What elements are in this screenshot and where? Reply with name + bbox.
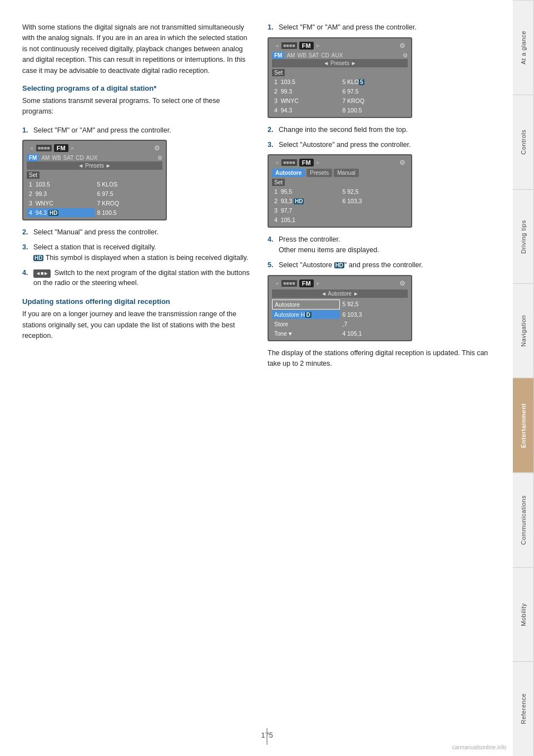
step-num-3: 3. — [22, 242, 30, 263]
right-step-text-4: Press the controller. Other menu items a… — [279, 234, 496, 256]
right-step-num-2: 2. — [268, 125, 275, 135]
right-step-5: 5. Select "Autostore HD" and press the c… — [268, 260, 496, 271]
right-radio-display-3: ◄ ■■■■ FM ► ⚙ ◄ Autostore ► Autostore 5 … — [268, 275, 412, 341]
left-step-2: 2. Select "Manual" and press the control… — [22, 227, 251, 238]
right-band-wb-1: WB — [297, 52, 306, 58]
menu-station-1: 5 92,5 — [340, 300, 408, 310]
tab-controls[interactable]: Controls — [513, 95, 534, 189]
rs2-1r: 5 92,5 — [340, 187, 408, 196]
hd2: HD — [294, 198, 304, 204]
right-step-4: 4. Press the controller. Other menu item… — [268, 234, 496, 256]
right-step-num-5: 5. — [268, 260, 275, 271]
station-grid: 1 103.5 5 KLOS 2 99.3 6 97.5 3 WNYC 7 KR… — [27, 180, 162, 217]
station-1-left: 1 103.5 — [27, 180, 95, 189]
right-fm-label-1: FM — [299, 42, 314, 50]
right-band-sat-1: SAT — [309, 52, 319, 58]
right-station-grid-2: 1 95,5 5 92,5 2 93,3 HD 6 103,3 3 97,7 4… — [272, 187, 408, 224]
tab-reference[interactable]: Reference — [513, 661, 534, 756]
nav-tab-manual: Manual — [334, 169, 359, 177]
section2-intro: If you are on a longer journey and leave… — [22, 309, 251, 341]
section1-heading: Selecting programs of a digital station* — [22, 84, 251, 92]
right-step-text-3: Select "Autostore" and press the control… — [279, 140, 496, 150]
right-fm-label-3: FM — [299, 279, 314, 287]
rs1-1l: 1 103.5 — [272, 77, 340, 86]
set-label: Set — [27, 171, 39, 179]
right-step-1: 1. Select "FM" or "AM" and press the con… — [268, 22, 496, 33]
page-accent-line — [266, 728, 268, 745]
rs2-1l: 1 95,5 — [272, 187, 340, 196]
right-top-bar-2: ◄ ■■■■ FM ► ⚙ — [272, 158, 408, 168]
right-step-num-3: 3. — [268, 140, 275, 150]
step-text-3: Select a station that is received digita… — [33, 242, 251, 263]
menu-station-4: 4 105,1 — [340, 329, 408, 338]
menu-station-3: ,7 — [340, 320, 408, 328]
menu-autostore: Autostore — [272, 300, 340, 310]
rs2-3r — [340, 206, 408, 215]
step-num-2: 2. — [22, 227, 30, 238]
right-top-bar-1: ◄ ■■■■ FM ► ⚙ — [272, 41, 408, 51]
band-wb: WB — [52, 155, 61, 161]
band-fm: FM — [27, 154, 39, 161]
right-nav-tabs-2: Autostore Presets Manual — [272, 169, 408, 177]
station-2-right: 6 97.5 — [95, 189, 163, 198]
station-1-right: 5 KLOS — [95, 180, 163, 189]
rs1-4l: 4 94.3 — [272, 106, 340, 115]
tab-driving-tips[interactable]: Driving tips — [513, 189, 534, 284]
band-icon: ⚙ — [157, 155, 162, 161]
tab-mobility[interactable]: Mobility — [513, 567, 534, 662]
right-set-label-2: Set — [272, 179, 285, 186]
right-step-text-1: Select "FM" or "AM" and press the contro… — [279, 22, 496, 33]
right-presets-bar-1: ◄ Presets ► — [272, 59, 408, 67]
rs1-3r: 7 KROQ — [340, 96, 408, 105]
main-content: With some stations the digital signals a… — [0, 0, 513, 399]
band-cd: CD — [76, 155, 83, 161]
rs2-2l: 2 93,3 HD — [272, 197, 340, 205]
nav-tab-autostore: Autostore — [272, 169, 305, 177]
tab-bar: At a glance Controls Driving tips Naviga… — [513, 0, 534, 756]
band-sat: SAT — [63, 155, 74, 161]
menu-tone: Tone ▾ — [272, 329, 340, 338]
right-radio-display-1: ◄ ■■■■ FM ► ⚙ FM AM WB SAT CD AUX ⚙ ◄ Pr… — [268, 37, 412, 118]
tab-at-a-glance[interactable]: At a glance — [513, 0, 534, 95]
left-step-3: 3. Select a station that is received dig… — [22, 242, 251, 263]
presets-bar: ◄ Presets ► — [27, 161, 162, 170]
right-menu-grid: Autostore 5 92,5 Autostore HD 6 103,3 St… — [272, 300, 408, 338]
section2-heading: Updating stations offering digital recep… — [22, 297, 251, 306]
tab-communications[interactable]: Communications — [513, 473, 534, 567]
right-set-label-1: Set — [272, 69, 285, 76]
step-text-1: Select "FM" or "AM" and press the contro… — [33, 125, 251, 136]
right-station-grid-1: 1 103.5 5 KLO5 2 99.3 6 97.5 3 WNYC 7 KR… — [272, 77, 408, 115]
tab-navigation[interactable]: Navigation — [513, 283, 534, 378]
rs2-4r — [340, 215, 408, 224]
right-step-2: 2. Change into the second field from the… — [268, 125, 496, 135]
klo-hd: 5 — [359, 79, 364, 85]
left-step-1: 1. Select "FM" or "AM" and press the con… — [22, 125, 251, 136]
rs1-1r: 5 KLO5 — [340, 77, 408, 86]
right-band-cd-1: CD — [321, 52, 329, 58]
switch-icon: ◄■► — [33, 269, 51, 278]
hd4: D — [305, 312, 311, 318]
right-top-bar-3: ◄ ■■■■ FM ► ⚙ — [272, 278, 408, 288]
right-autostore-bar: ◄ Autostore ► — [272, 289, 408, 298]
rs2-4l: 4 105,1 — [272, 215, 340, 224]
right-radio-display-2: ◄ ■■■■ FM ► ⚙ Autostore Presets Manual S… — [268, 154, 412, 228]
band-aux: AUX — [86, 155, 98, 161]
station-4-left: 4 94.3 HD — [27, 208, 95, 217]
right-band-aux-1: AUX — [332, 52, 343, 58]
band-am: AM — [41, 155, 50, 161]
fm-label: FM — [54, 144, 68, 152]
top-bar: ◄ ■■■■ FM ► ⚙ — [27, 143, 162, 153]
left-step-4: 4. ◄■► Switch to the next program of the… — [22, 268, 251, 289]
tab-entertainment[interactable]: Entertainment — [513, 378, 534, 473]
step-num-1: 1. — [22, 125, 30, 136]
right-band-am-1: AM — [286, 52, 295, 58]
right-step-3: 3. Select "Autostore" and press the cont… — [268, 140, 496, 150]
right-step-text-2: Change into the second field from the to… — [279, 125, 496, 135]
hd-icon: HD — [48, 210, 58, 216]
section1-intro: Some stations transmit several programs.… — [22, 96, 251, 117]
step-num-4: 4. — [22, 268, 30, 289]
rs1-3l: 3 WNYC — [272, 96, 340, 105]
hd-symbol-inline: HD — [33, 255, 43, 261]
footer-watermark: carmanualsonline.info — [452, 744, 506, 750]
left-column: With some stations the digital signals a… — [22, 22, 251, 377]
